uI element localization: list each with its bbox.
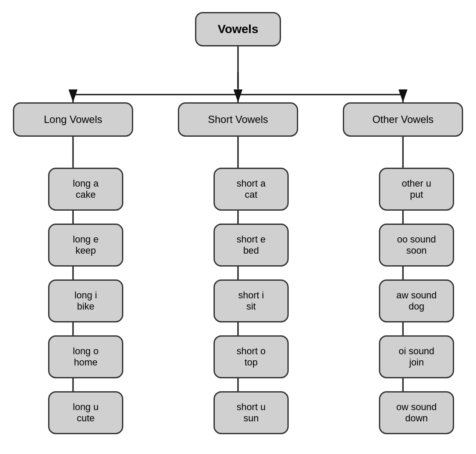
short-i-node: short isit xyxy=(214,279,289,322)
short-e-node: short ebed xyxy=(214,224,289,267)
ow-sound-node: ow sounddown xyxy=(379,391,454,434)
short-a-label: short acat xyxy=(237,178,265,201)
root-label: Vowels xyxy=(218,22,258,37)
long-i-node: long ibike xyxy=(48,279,123,322)
short-a-node: short acat xyxy=(214,168,289,211)
long-u-label: long ucute xyxy=(73,402,99,424)
short-i-label: short isit xyxy=(238,290,264,313)
other-u-node: other uput xyxy=(379,168,454,211)
short-u-node: short usun xyxy=(214,391,289,434)
short-e-label: short ebed xyxy=(237,234,265,257)
short-o-node: short otop xyxy=(214,335,289,378)
oi-sound-label: oi soundjoin xyxy=(399,346,434,368)
long-e-node: long ekeep xyxy=(48,224,123,267)
root-node: Vowels xyxy=(195,12,281,46)
long-a-label: long acake xyxy=(73,178,99,201)
short-vowels-node: Short Vowels xyxy=(178,102,298,137)
oo-sound-label: oo soundsoon xyxy=(397,234,436,257)
short-vowels-label: Short Vowels xyxy=(208,114,268,126)
oo-sound-node: oo soundsoon xyxy=(379,224,454,267)
aw-sound-node: aw sounddog xyxy=(379,279,454,322)
oi-sound-node: oi soundjoin xyxy=(379,335,454,378)
short-u-label: short usun xyxy=(237,402,265,424)
short-o-label: short otop xyxy=(237,346,265,368)
other-vowels-node: Other Vowels xyxy=(343,102,463,137)
other-vowels-label: Other Vowels xyxy=(372,114,434,126)
long-e-label: long ekeep xyxy=(73,234,99,257)
long-o-label: long ohome xyxy=(73,346,99,368)
long-o-node: long ohome xyxy=(48,335,123,378)
aw-sound-label: aw sounddog xyxy=(396,290,436,313)
long-i-label: long ibike xyxy=(74,290,97,313)
long-u-node: long ucute xyxy=(48,391,123,434)
long-vowels-node: Long Vowels xyxy=(13,102,133,137)
ow-sound-label: ow sounddown xyxy=(396,402,436,424)
other-u-label: other uput xyxy=(402,178,431,201)
long-vowels-label: Long Vowels xyxy=(44,114,102,126)
vowels-diagram: Vowels Long Vowels Short Vowels Other Vo… xyxy=(0,0,476,454)
long-a-node: long acake xyxy=(48,168,123,211)
